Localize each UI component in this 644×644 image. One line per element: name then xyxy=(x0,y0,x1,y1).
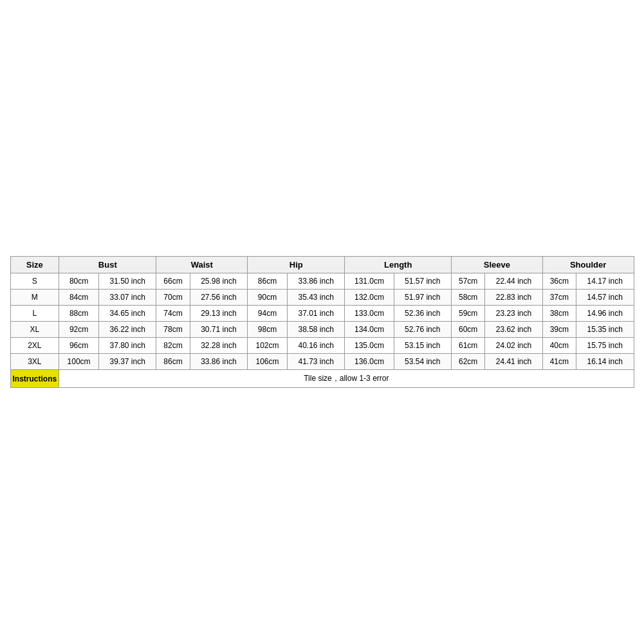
hip-cm-cell: 94cm xyxy=(248,306,288,322)
waist-inch-cell: 29.13 inch xyxy=(190,306,248,322)
sleeve-cm-cell: 59cm xyxy=(452,306,485,322)
shoulder-cm-cell: 39cm xyxy=(542,322,576,338)
table-row: L 88cm 34.65 inch 74cm 29.13 inch 94cm 3… xyxy=(10,306,634,322)
header-shoulder: Shoulder xyxy=(542,257,634,273)
length-cm-cell: 131.0cm xyxy=(345,273,394,290)
length-cm-cell: 132.0cm xyxy=(345,290,394,306)
hip-inch-cell: 38.58 inch xyxy=(287,322,345,338)
length-cm-cell: 135.0cm xyxy=(345,338,394,354)
sleeve-inch-cell: 23.23 inch xyxy=(485,306,543,322)
sleeve-cm-cell: 57cm xyxy=(452,273,485,290)
table-row: M 84cm 33.07 inch 70cm 27.56 inch 90cm 3… xyxy=(10,290,634,306)
shoulder-inch-cell: 15.35 inch xyxy=(576,322,634,338)
waist-inch-cell: 27.56 inch xyxy=(190,290,248,306)
size-cell: M xyxy=(10,290,59,306)
bust-inch-cell: 33.07 inch xyxy=(98,290,156,306)
shoulder-inch-cell: 14.17 inch xyxy=(576,273,634,290)
bust-cm-cell: 100cm xyxy=(59,354,99,370)
size-cell: XL xyxy=(10,322,59,338)
length-inch-cell: 52.76 inch xyxy=(394,322,452,338)
bust-cm-cell: 80cm xyxy=(59,273,99,290)
size-chart-table: Size Bust Waist Hip Length Sleeve Should… xyxy=(10,256,634,388)
shoulder-cm-cell: 41cm xyxy=(542,354,576,370)
sleeve-inch-cell: 24.41 inch xyxy=(485,354,543,370)
sleeve-inch-cell: 22.44 inch xyxy=(485,273,543,290)
hip-inch-cell: 41.73 inch xyxy=(287,354,345,370)
table-row: 3XL 100cm 39.37 inch 86cm 33.86 inch 106… xyxy=(10,354,634,370)
table-row: S 80cm 31.50 inch 66cm 25.98 inch 86cm 3… xyxy=(10,273,634,290)
length-inch-cell: 53.15 inch xyxy=(394,338,452,354)
hip-inch-cell: 35.43 inch xyxy=(287,290,345,306)
bust-cm-cell: 84cm xyxy=(59,290,99,306)
waist-cm-cell: 70cm xyxy=(156,290,190,306)
hip-cm-cell: 98cm xyxy=(248,322,288,338)
hip-cm-cell: 102cm xyxy=(248,338,288,354)
sleeve-cm-cell: 58cm xyxy=(452,290,485,306)
shoulder-inch-cell: 14.57 inch xyxy=(576,290,634,306)
header-waist: Waist xyxy=(156,257,248,273)
table-row: 2XL 96cm 37.80 inch 82cm 32.28 inch 102c… xyxy=(10,338,634,354)
bust-inch-cell: 31.50 inch xyxy=(98,273,156,290)
bust-cm-cell: 96cm xyxy=(59,338,99,354)
length-inch-cell: 51.57 inch xyxy=(394,273,452,290)
waist-cm-cell: 66cm xyxy=(156,273,190,290)
waist-inch-cell: 32.28 inch xyxy=(190,338,248,354)
waist-inch-cell: 33.86 inch xyxy=(190,354,248,370)
length-cm-cell: 133.0cm xyxy=(345,306,394,322)
size-cell: L xyxy=(10,306,59,322)
bust-inch-cell: 34.65 inch xyxy=(98,306,156,322)
size-chart-wrapper: Size Bust Waist Hip Length Sleeve Should… xyxy=(10,256,634,388)
waist-cm-cell: 82cm xyxy=(156,338,190,354)
bust-cm-cell: 92cm xyxy=(59,322,99,338)
header-sleeve: Sleeve xyxy=(452,257,543,273)
waist-cm-cell: 74cm xyxy=(156,306,190,322)
sleeve-inch-cell: 22.83 inch xyxy=(485,290,543,306)
instructions-label: Instructions xyxy=(10,370,59,388)
instructions-text: Tile size，allow 1-3 error xyxy=(59,370,634,388)
bust-inch-cell: 39.37 inch xyxy=(98,354,156,370)
header-length: Length xyxy=(345,257,452,273)
bust-inch-cell: 37.80 inch xyxy=(98,338,156,354)
waist-inch-cell: 25.98 inch xyxy=(190,273,248,290)
hip-inch-cell: 37.01 inch xyxy=(287,306,345,322)
shoulder-inch-cell: 16.14 inch xyxy=(576,354,634,370)
sleeve-cm-cell: 60cm xyxy=(452,322,485,338)
length-cm-cell: 136.0cm xyxy=(345,354,394,370)
sleeve-cm-cell: 62cm xyxy=(452,354,485,370)
waist-cm-cell: 78cm xyxy=(156,322,190,338)
shoulder-cm-cell: 40cm xyxy=(542,338,576,354)
length-inch-cell: 52.36 inch xyxy=(394,306,452,322)
header-size: Size xyxy=(10,257,59,273)
waist-cm-cell: 86cm xyxy=(156,354,190,370)
bust-inch-cell: 36.22 inch xyxy=(98,322,156,338)
waist-inch-cell: 30.71 inch xyxy=(190,322,248,338)
shoulder-inch-cell: 15.75 inch xyxy=(576,338,634,354)
hip-cm-cell: 106cm xyxy=(248,354,288,370)
shoulder-cm-cell: 37cm xyxy=(542,290,576,306)
instructions-row: Instructions Tile size，allow 1-3 error xyxy=(10,370,634,388)
table-row: XL 92cm 36.22 inch 78cm 30.71 inch 98cm … xyxy=(10,322,634,338)
size-cell: 2XL xyxy=(10,338,59,354)
header-bust: Bust xyxy=(59,257,156,273)
hip-inch-cell: 33.86 inch xyxy=(287,273,345,290)
hip-inch-cell: 40.16 inch xyxy=(287,338,345,354)
sleeve-cm-cell: 61cm xyxy=(452,338,485,354)
length-inch-cell: 51.97 inch xyxy=(394,290,452,306)
hip-cm-cell: 90cm xyxy=(248,290,288,306)
sleeve-inch-cell: 23.62 inch xyxy=(485,322,543,338)
length-cm-cell: 134.0cm xyxy=(345,322,394,338)
shoulder-cm-cell: 38cm xyxy=(542,306,576,322)
shoulder-inch-cell: 14.96 inch xyxy=(576,306,634,322)
bust-cm-cell: 88cm xyxy=(59,306,99,322)
size-cell: 3XL xyxy=(10,354,59,370)
size-cell: S xyxy=(10,273,59,290)
hip-cm-cell: 86cm xyxy=(248,273,288,290)
sleeve-inch-cell: 24.02 inch xyxy=(485,338,543,354)
shoulder-cm-cell: 36cm xyxy=(542,273,576,290)
header-hip: Hip xyxy=(248,257,345,273)
length-inch-cell: 53.54 inch xyxy=(394,354,452,370)
